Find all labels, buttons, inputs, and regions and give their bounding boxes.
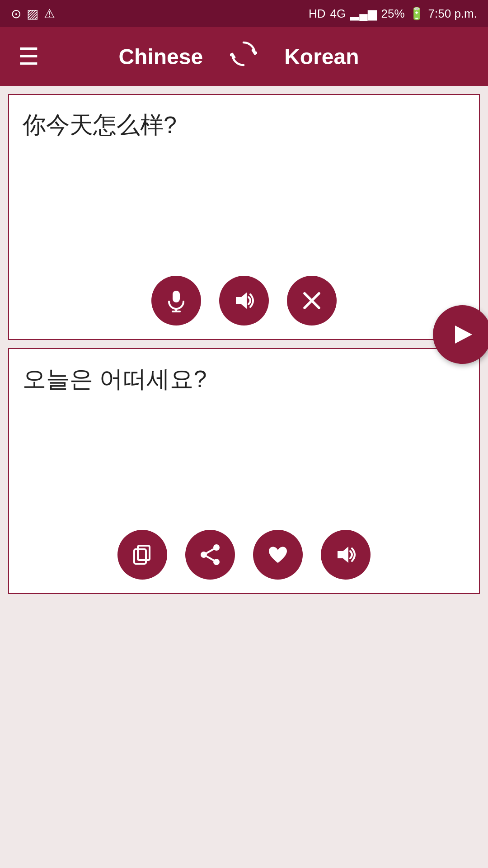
signal-icon: ▂▄▆ bbox=[350, 7, 376, 21]
battery-icon: 🔋 bbox=[409, 7, 424, 21]
whatsapp-icon: ⊙ bbox=[11, 6, 21, 21]
battery-text: 25% bbox=[381, 7, 405, 21]
share-button[interactable] bbox=[185, 530, 235, 580]
toolbar: ☰ Chinese Korean bbox=[0, 27, 488, 86]
output-panel: 오늘은 어떠세요? bbox=[8, 348, 480, 594]
language-selector: Chinese Korean bbox=[118, 40, 359, 73]
input-actions bbox=[9, 267, 479, 339]
status-bar-right: HD 4G ▂▄▆ 25% 🔋 7:50 p.m. bbox=[309, 7, 477, 21]
bottom-area bbox=[0, 602, 488, 868]
time-display: 7:50 p.m. bbox=[428, 7, 477, 21]
clear-button[interactable] bbox=[287, 276, 337, 326]
svg-rect-8 bbox=[134, 549, 146, 564]
output-speaker-button[interactable] bbox=[321, 530, 371, 580]
status-bar-left: ⊙ ▨ ⚠ bbox=[11, 6, 55, 21]
output-text: 오늘은 어떠세요? bbox=[9, 349, 479, 521]
image-icon: ▨ bbox=[27, 6, 38, 21]
menu-button[interactable]: ☰ bbox=[18, 45, 39, 68]
network-icon: 4G bbox=[330, 7, 346, 21]
svg-point-10 bbox=[213, 559, 220, 565]
copy-button[interactable] bbox=[117, 530, 167, 580]
input-panel: 你今天怎么样? bbox=[8, 94, 480, 340]
svg-marker-6 bbox=[455, 326, 472, 344]
svg-marker-14 bbox=[338, 547, 348, 563]
swap-languages-button[interactable] bbox=[230, 40, 257, 73]
svg-point-11 bbox=[201, 552, 207, 558]
input-speaker-button[interactable] bbox=[219, 276, 269, 326]
svg-line-12 bbox=[207, 549, 213, 553]
svg-marker-3 bbox=[236, 292, 247, 309]
status-bar: ⊙ ▨ ⚠ HD 4G ▂▄▆ 25% 🔋 7:50 p.m. bbox=[0, 0, 488, 27]
output-actions bbox=[9, 521, 479, 593]
microphone-button[interactable] bbox=[151, 276, 201, 326]
main-content: 你今天怎么样? bbox=[0, 86, 488, 868]
svg-rect-0 bbox=[173, 291, 180, 302]
input-text[interactable]: 你今天怎么样? bbox=[9, 95, 479, 267]
svg-rect-7 bbox=[138, 546, 150, 560]
favorite-button[interactable] bbox=[253, 530, 303, 580]
svg-point-9 bbox=[213, 544, 220, 551]
target-language-label[interactable]: Korean bbox=[284, 44, 359, 69]
source-language-label[interactable]: Chinese bbox=[118, 44, 203, 69]
translate-button[interactable] bbox=[433, 305, 488, 364]
svg-line-13 bbox=[207, 557, 213, 560]
hd-badge: HD bbox=[309, 7, 326, 21]
alert-icon: ⚠ bbox=[44, 6, 55, 21]
